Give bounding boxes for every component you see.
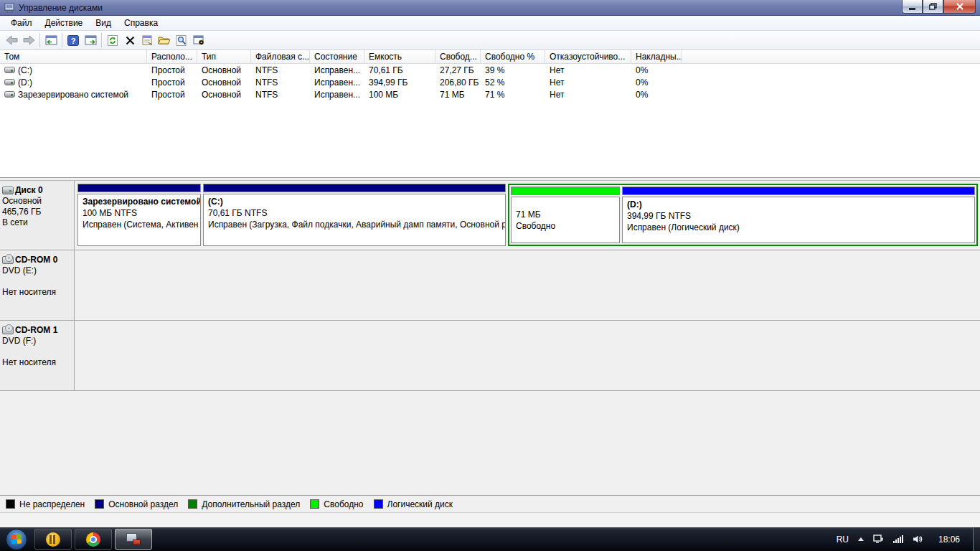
menu-help[interactable]: Справка — [118, 17, 164, 29]
menu-file[interactable]: Файл — [4, 17, 39, 29]
toolbar: ? — [0, 31, 980, 50]
taskbar: RU 18:06 — [0, 527, 980, 551]
disk0-panel[interactable]: Диск 0 Основной 465,76 ГБ В сети — [0, 181, 75, 250]
forward-icon[interactable] — [20, 32, 37, 48]
chrome-icon — [86, 532, 100, 547]
volume-icon — [4, 91, 15, 98]
tray-signal-icon[interactable] — [893, 535, 903, 543]
legend-item-primary-partition: Основной раздел — [95, 499, 178, 509]
partition-color-strip — [77, 184, 201, 192]
volume-list-header: Том Располо... Тип Файловая с... Состоян… — [0, 50, 980, 64]
hard-disk-icon — [2, 187, 14, 194]
window-controls — [902, 0, 976, 14]
show-console-tree-icon[interactable] — [42, 32, 60, 48]
volume-icon — [4, 79, 15, 85]
column-header-type[interactable]: Тип — [197, 50, 251, 63]
configure-icon[interactable] — [190, 32, 207, 48]
column-header-volume[interactable]: Том — [0, 50, 147, 63]
column-header-free[interactable]: Свобод... — [435, 50, 481, 63]
taskbar-app-chrome[interactable] — [75, 529, 112, 550]
taskbar-app-disk-management[interactable] — [115, 529, 152, 550]
legend-bar: Не распределен Основной раздел Дополните… — [0, 495, 980, 512]
close-button[interactable] — [943, 0, 976, 14]
back-icon[interactable] — [3, 32, 20, 48]
table-row-volume-c[interactable]: (C:) Простой Основной NTFS Исправен... 7… — [0, 64, 980, 76]
legend-item-free-space: Свободно — [310, 499, 363, 509]
column-header-filler — [682, 50, 980, 63]
cdrom0-row: CD-ROM 0 DVD (E:) Нет носителя — [0, 250, 980, 321]
legend-swatch — [374, 499, 383, 509]
legend-item-extended-partition: Дополнительный раздел — [188, 499, 300, 509]
extended-partition-region: 71 МБ Свободно (D:) 394,99 ГБ NTFS Испра… — [508, 184, 978, 246]
legend-swatch — [6, 499, 15, 509]
cdrom1-panel[interactable]: CD-ROM 1 DVD (F:) Нет носителя — [0, 321, 75, 390]
legend-swatch — [188, 499, 197, 509]
free-space-region[interactable]: 71 МБ Свободно — [511, 187, 620, 243]
window-icon — [4, 3, 15, 13]
cdrom1-media-area[interactable] — [77, 324, 978, 387]
restore-button[interactable] — [923, 0, 943, 14]
disk-management-window: Управление дисками Файл Действие Вид Спр… — [0, 0, 980, 527]
menu-bar: Файл Действие Вид Справка — [0, 16, 980, 31]
graphical-view: Диск 0 Основной 465,76 ГБ В сети Зарезер… — [0, 181, 980, 495]
column-header-capacity[interactable]: Емкость — [364, 50, 435, 63]
open-folder-icon[interactable] — [156, 32, 173, 48]
language-indicator[interactable]: RU — [837, 534, 849, 545]
legend-item-unallocated: Не распределен — [6, 499, 85, 509]
hidden-icons-chevron[interactable] — [858, 537, 864, 541]
column-header-status[interactable]: Состояние — [310, 50, 364, 63]
column-header-filesystem[interactable]: Файловая с... — [251, 50, 310, 63]
show-desktop-button[interactable] — [973, 527, 980, 551]
partition-d[interactable]: (D:) 394,99 ГБ NTFS Исправен (Логический… — [622, 187, 975, 243]
cdrom0-panel[interactable]: CD-ROM 0 DVD (E:) Нет носителя — [0, 250, 75, 320]
partition-color-strip — [203, 184, 506, 192]
partition-system-reserved[interactable]: Зарезервировано системой 100 МБ NTFS Исп… — [77, 184, 201, 246]
cdrom-icon — [2, 256, 14, 264]
disk0-partitions: Зарезервировано системой 100 МБ NTFS Исп… — [75, 181, 980, 250]
taskbar-app-messenger[interactable] — [34, 529, 72, 550]
show-action-pane-icon[interactable] — [82, 32, 99, 48]
disk0-row: Диск 0 Основной 465,76 ГБ В сети Зарезер… — [0, 181, 980, 250]
window-bottom-strip — [0, 512, 980, 527]
cdrom1-row: CD-ROM 1 DVD (F:) Нет носителя — [0, 321, 980, 391]
cdrom-icon — [2, 326, 14, 334]
column-header-fault-tolerance[interactable]: Отказоустойчиво... — [545, 50, 631, 63]
toolbar-separator — [62, 33, 62, 47]
legend-item-logical-disk: Логический диск — [374, 499, 453, 509]
system-tray: RU 18:06 — [837, 534, 973, 545]
tray-network-icon[interactable] — [873, 534, 884, 544]
volume-list: Том Располо... Тип Файловая с... Состоян… — [0, 50, 980, 178]
window-title: Управление дисками — [19, 3, 103, 13]
cdrom0-media-area[interactable] — [77, 253, 978, 316]
disk-management-app-icon — [126, 533, 141, 545]
start-button[interactable] — [6, 529, 27, 550]
menu-view[interactable]: Вид — [89, 17, 118, 29]
svg-text:?: ? — [71, 36, 76, 44]
legend-swatch — [310, 499, 319, 509]
windows-logo-icon — [11, 534, 22, 545]
titlebar: Управление дисками — [0, 0, 980, 16]
toolbar-separator — [39, 33, 40, 47]
free-space-color-strip — [511, 187, 620, 195]
minimize-button[interactable] — [902, 0, 923, 14]
help-icon[interactable]: ? — [65, 32, 82, 48]
partition-color-strip — [622, 187, 975, 195]
tray-volume-icon[interactable] — [913, 534, 923, 544]
menu-action[interactable]: Действие — [39, 17, 90, 29]
properties-icon[interactable] — [138, 32, 156, 48]
table-row-volume-system-reserved[interactable]: Зарезервировано системой Простой Основно… — [0, 88, 980, 100]
column-header-overhead[interactable]: Накладны... — [631, 50, 682, 63]
refresh-icon[interactable] — [104, 32, 121, 48]
table-row-volume-d[interactable]: (D:) Простой Основной NTFS Исправен... 3… — [0, 76, 980, 88]
taskbar-clock[interactable]: 18:06 — [933, 534, 966, 545]
volume-icon — [4, 67, 15, 73]
column-header-layout[interactable]: Располо... — [147, 50, 197, 63]
column-header-free-pct[interactable]: Свободно % — [481, 50, 545, 63]
partition-c[interactable]: (C:) 70,61 ГБ NTFS Исправен (Загрузка, Ф… — [203, 184, 506, 246]
toolbar-separator — [101, 33, 102, 47]
search-icon[interactable] — [173, 32, 190, 48]
delete-icon[interactable] — [121, 32, 138, 48]
legend-swatch — [95, 499, 104, 509]
messenger-app-icon — [46, 532, 60, 547]
